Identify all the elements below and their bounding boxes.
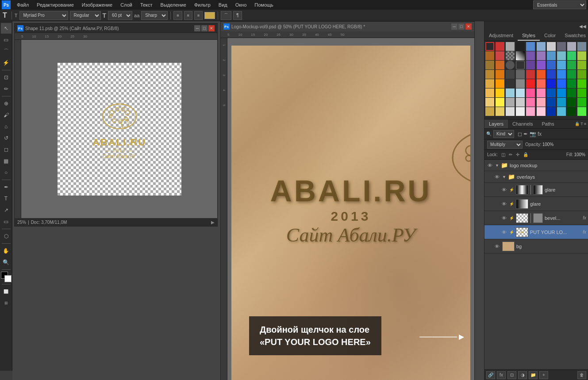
large-doc-minimize[interactable]: ─ <box>451 23 457 30</box>
style-swatch[interactable] <box>537 98 546 107</box>
panel-collapse-icon[interactable]: ◀◀ <box>579 24 586 29</box>
style-swatch[interactable] <box>577 79 586 88</box>
layer-item-glare-group[interactable]: 👁 ⚡ glare <box>484 183 588 197</box>
eyedropper-tool[interactable]: ✏ <box>1 84 12 94</box>
font-family-select[interactable]: Myriad Pro <box>19 11 68 20</box>
style-swatch[interactable] <box>567 79 576 88</box>
dodge-tool[interactable]: ○ <box>1 167 12 178</box>
font-size-select[interactable]: 60 pt <box>108 11 132 20</box>
style-swatch[interactable] <box>567 98 576 107</box>
style-swatch[interactable] <box>577 61 586 69</box>
expand-arrow-overlays[interactable]: ▼ <box>502 175 506 179</box>
hand-tool[interactable]: ✋ <box>1 246 12 256</box>
style-swatch[interactable] <box>567 61 576 69</box>
eye-put-logo[interactable]: 👁 <box>500 229 507 236</box>
path-select-tool[interactable]: ↗ <box>1 205 12 215</box>
gradient-tool[interactable]: ▦ <box>1 156 12 166</box>
style-swatch[interactable] <box>577 98 586 107</box>
style-swatch[interactable] <box>537 79 546 88</box>
style-swatch[interactable] <box>526 70 535 79</box>
menu-view[interactable]: Вид <box>215 1 231 8</box>
style-swatch[interactable] <box>506 42 515 51</box>
style-swatch[interactable] <box>516 88 525 97</box>
style-swatch[interactable] <box>506 70 515 79</box>
zoom-tool[interactable]: 🔍 <box>1 257 12 268</box>
eye-overlays[interactable]: 👁 <box>493 173 500 180</box>
style-swatch[interactable] <box>557 98 566 107</box>
menu-select[interactable]: Выделение <box>157 1 190 8</box>
style-swatch[interactable] <box>547 70 556 79</box>
expand-arrow-logo-mockup[interactable]: ▼ <box>495 163 499 168</box>
tab-swatches[interactable]: Swatches <box>560 31 588 41</box>
fill-value[interactable]: 100% <box>574 152 585 157</box>
layer-filter-select[interactable]: Kind <box>493 130 514 138</box>
style-swatch[interactable] <box>567 107 576 116</box>
style-swatch[interactable] <box>526 107 535 116</box>
style-swatch[interactable] <box>485 107 494 116</box>
style-swatch[interactable] <box>557 61 566 69</box>
style-swatch[interactable] <box>537 107 546 116</box>
eye-logo-mockup[interactable]: 👁 <box>486 162 493 169</box>
style-swatch[interactable] <box>537 88 546 97</box>
history-brush-tool[interactable]: ↺ <box>1 133 12 143</box>
large-doc-canvas[interactable]: ABALI.RU 2013 Сайт Абали.РУ Двойной щелч… <box>227 38 474 380</box>
menu-image[interactable]: Изображение <box>78 1 116 8</box>
blend-mode-select[interactable]: Multiply <box>487 141 523 149</box>
style-swatch[interactable] <box>496 98 504 107</box>
style-swatch[interactable] <box>496 42 504 51</box>
style-swatch[interactable] <box>557 88 566 97</box>
style-swatch[interactable] <box>516 61 525 69</box>
character-panel-btn[interactable]: ¶ <box>233 11 242 20</box>
style-swatch[interactable] <box>485 88 494 97</box>
style-swatch[interactable] <box>547 88 556 97</box>
layers-t-icon[interactable]: T <box>580 122 583 126</box>
menu-layer[interactable]: Слой <box>117 1 136 8</box>
style-swatch[interactable] <box>567 88 576 97</box>
style-swatch[interactable] <box>567 51 576 60</box>
style-swatch[interactable] <box>506 79 515 88</box>
style-swatch[interactable] <box>496 61 504 69</box>
style-swatch[interactable] <box>496 70 504 79</box>
type-tool[interactable]: T <box>1 193 12 204</box>
pen-tool[interactable]: ✒ <box>1 182 12 192</box>
small-doc-close[interactable]: ✕ <box>208 25 215 31</box>
align-left-btn[interactable]: ≡ <box>173 11 182 20</box>
style-swatch[interactable] <box>547 61 556 69</box>
layers-tab-paths[interactable]: Paths <box>538 119 559 128</box>
crop-tool[interactable]: ⊡ <box>1 72 12 83</box>
align-right-btn[interactable]: ≡ <box>194 11 203 20</box>
workspace-select[interactable]: Essentials <box>533 0 586 9</box>
large-doc-close[interactable]: ✕ <box>465 23 472 30</box>
style-swatch[interactable] <box>506 107 515 116</box>
style-swatch[interactable] <box>516 42 525 51</box>
shape-tool[interactable]: ▭ <box>1 216 12 227</box>
lock-position-btn[interactable]: ✛ <box>516 152 519 157</box>
antialiasing-select[interactable]: Sharp <box>141 11 168 20</box>
style-swatch[interactable] <box>577 51 586 60</box>
style-swatch[interactable] <box>557 107 566 116</box>
lock-all-btn[interactable]: 🔒 <box>523 152 528 157</box>
style-swatch[interactable] <box>577 42 586 51</box>
style-swatch[interactable] <box>485 98 494 107</box>
layer-group-overlays[interactable]: 👁 ▼ 📁 overlays <box>484 171 588 183</box>
warp-text-btn[interactable]: ⌒ <box>221 11 231 20</box>
layer-item-bg[interactable]: 👁 bg <box>484 239 588 253</box>
large-doc-maximize[interactable]: □ <box>458 23 465 30</box>
menu-window[interactable]: Окно <box>232 1 250 8</box>
menu-edit[interactable]: Редактирование <box>33 1 77 8</box>
align-center-btn[interactable]: ≡ <box>184 11 192 20</box>
style-swatch[interactable] <box>496 79 504 88</box>
style-swatch[interactable] <box>547 42 556 51</box>
style-swatch[interactable] <box>557 42 566 51</box>
style-swatch[interactable] <box>516 70 525 79</box>
move-tool[interactable]: ↖ <box>1 23 12 34</box>
layers-tab-layers[interactable]: Layers <box>484 119 508 128</box>
style-swatch[interactable] <box>547 107 556 116</box>
style-swatch[interactable] <box>526 42 535 51</box>
layer-group-logo-mockup[interactable]: 👁 ▼ 📁 logo mockup <box>484 160 588 171</box>
link-layers-btn[interactable]: 🔗 <box>486 371 495 379</box>
style-swatch[interactable] <box>567 70 576 79</box>
style-swatch[interactable] <box>506 88 515 97</box>
eye-glare-group[interactable]: 👁 <box>500 186 507 193</box>
quick-mask-btn[interactable]: ⬜ <box>1 286 12 297</box>
